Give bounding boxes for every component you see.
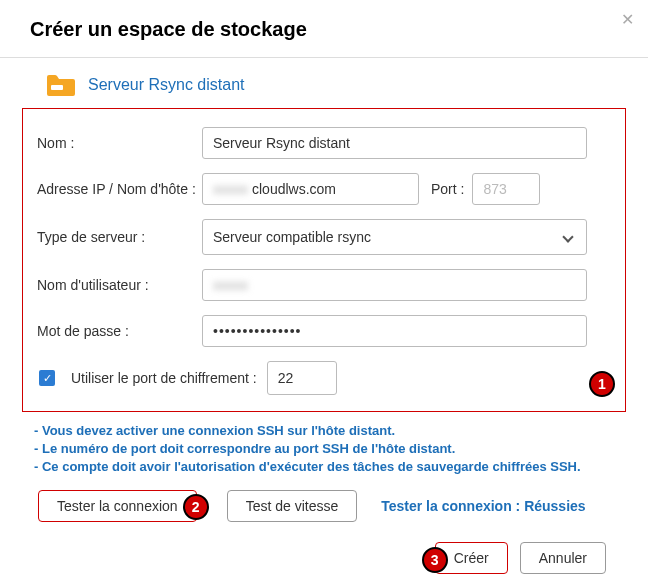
ip-label: Adresse IP / Nom d'hôte :: [37, 181, 202, 197]
section-title: Serveur Rsync distant: [88, 76, 245, 94]
annotation-badge-1: 1: [589, 371, 615, 397]
footer-button-row: Créer 3 Annuler: [22, 542, 626, 574]
encryption-row: ✓ Utiliser le port de chiffrement : 22: [37, 361, 611, 395]
dialog-header: Créer un espace de stockage ✕: [0, 0, 648, 58]
rsync-folder-icon: [46, 74, 76, 96]
test-button-row: Tester la connexion 2 Test de vitesse Te…: [38, 490, 626, 522]
username-row: Nom d'utilisateur : xxxxx: [37, 269, 611, 301]
name-row: Nom : Serveur Rsync distant: [37, 127, 611, 159]
cancel-button[interactable]: Annuler: [520, 542, 606, 574]
server-type-row: Type de serveur : Serveur compatible rsy…: [37, 219, 611, 255]
test-speed-button[interactable]: Test de vitesse: [227, 490, 358, 522]
server-type-select[interactable]: Serveur compatible rsync: [202, 219, 587, 255]
ssh-notes: - Vous devez activer une connexion SSH s…: [34, 422, 626, 476]
username-label: Nom d'utilisateur :: [37, 277, 202, 293]
annotation-badge-2: 2: [183, 494, 209, 520]
note-line-1: - Vous devez activer une connexion SSH s…: [34, 422, 626, 440]
name-label: Nom :: [37, 135, 202, 151]
note-line-3: - Ce compte doit avoir l'autorisation d'…: [34, 458, 626, 476]
svg-rect-0: [51, 85, 63, 90]
server-type-label: Type de serveur :: [37, 229, 202, 245]
port-input[interactable]: 873: [472, 173, 540, 205]
name-value: Serveur Rsync distant: [213, 135, 350, 151]
ip-prefix-blurred: xxxxx: [213, 181, 248, 197]
dialog-title: Créer un espace de stockage: [30, 18, 618, 41]
dialog-content: Serveur Rsync distant Nom : Serveur Rsyn…: [0, 58, 648, 582]
server-type-value: Serveur compatible rsync: [213, 229, 371, 245]
username-input[interactable]: xxxxx: [202, 269, 587, 301]
form-highlight-box: Nom : Serveur Rsync distant Adresse IP /…: [22, 108, 626, 412]
port-value: 873: [483, 181, 506, 197]
password-value: •••••••••••••••: [213, 323, 302, 339]
name-input[interactable]: Serveur Rsync distant: [202, 127, 587, 159]
encryption-label: Utiliser le port de chiffrement :: [71, 370, 257, 386]
encryption-checkbox[interactable]: ✓: [39, 370, 55, 386]
note-line-2: - Le numéro de port doit correspondre au…: [34, 440, 626, 458]
password-label: Mot de passe :: [37, 323, 202, 339]
username-value: xxxxx: [213, 277, 248, 293]
close-icon[interactable]: ✕: [621, 10, 634, 29]
test-connection-button[interactable]: Tester la connexion 2: [38, 490, 197, 522]
password-row: Mot de passe : •••••••••••••••: [37, 315, 611, 347]
ip-row: Adresse IP / Nom d'hôte : xxxxx cloudlws…: [37, 173, 611, 205]
annotation-badge-3: 3: [422, 547, 448, 573]
chevron-down-icon: [562, 231, 573, 242]
password-input[interactable]: •••••••••••••••: [202, 315, 587, 347]
create-button[interactable]: Créer 3: [435, 542, 508, 574]
ip-input[interactable]: xxxxx cloudlws.com: [202, 173, 419, 205]
connection-result: Tester la connexion : Réussies: [381, 498, 585, 514]
section-header: Serveur Rsync distant: [22, 70, 626, 106]
encryption-port-input[interactable]: 22: [267, 361, 337, 395]
checkmark-icon: ✓: [43, 372, 52, 385]
ip-value: cloudlws.com: [252, 181, 336, 197]
port-label: Port :: [431, 181, 464, 197]
encryption-port-value: 22: [278, 370, 294, 386]
